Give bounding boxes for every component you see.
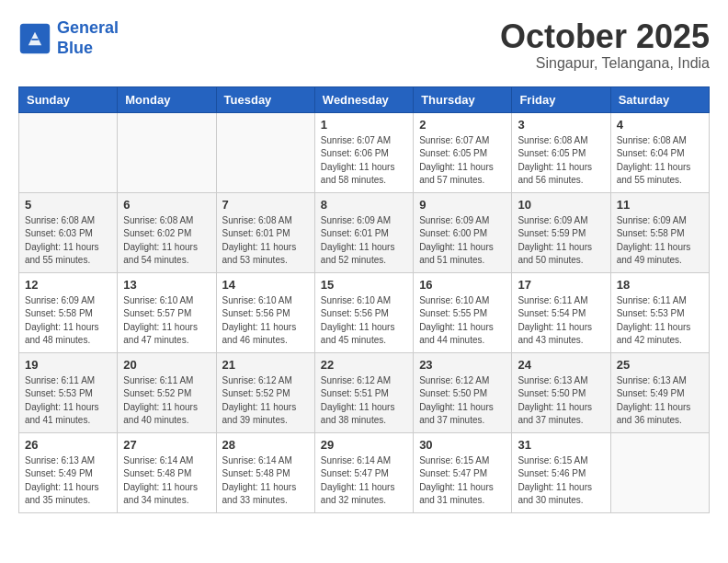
calendar-cell: 16Sunrise: 6:10 AM Sunset: 5:55 PM Dayli…	[414, 272, 512, 352]
day-number: 9	[419, 198, 506, 212]
day-info: Sunrise: 6:08 AM Sunset: 6:05 PM Dayligh…	[518, 134, 604, 188]
day-info: Sunrise: 6:12 AM Sunset: 5:50 PM Dayligh…	[419, 374, 506, 428]
calendar-cell: 2Sunrise: 6:07 AM Sunset: 6:05 PM Daylig…	[414, 112, 512, 192]
calendar-cell: 24Sunrise: 6:13 AM Sunset: 5:50 PM Dayli…	[512, 352, 610, 432]
calendar-cell: 12Sunrise: 6:09 AM Sunset: 5:58 PM Dayli…	[19, 272, 118, 352]
day-info: Sunrise: 6:09 AM Sunset: 5:59 PM Dayligh…	[518, 214, 604, 268]
weekday-header-monday: Monday	[118, 86, 216, 112]
day-number: 16	[419, 278, 506, 292]
day-number: 19	[25, 358, 111, 372]
day-info: Sunrise: 6:10 AM Sunset: 5:57 PM Dayligh…	[123, 294, 210, 348]
calendar-cell: 31Sunrise: 6:15 AM Sunset: 5:46 PM Dayli…	[512, 432, 610, 512]
day-info: Sunrise: 6:07 AM Sunset: 6:06 PM Dayligh…	[321, 134, 407, 188]
day-number: 10	[518, 198, 604, 212]
day-info: Sunrise: 6:15 AM Sunset: 5:46 PM Dayligh…	[518, 454, 604, 508]
day-info: Sunrise: 6:14 AM Sunset: 5:48 PM Dayligh…	[222, 454, 309, 508]
calendar-cell: 6Sunrise: 6:08 AM Sunset: 6:02 PM Daylig…	[118, 192, 216, 272]
calendar-cell: 17Sunrise: 6:11 AM Sunset: 5:54 PM Dayli…	[512, 272, 610, 352]
logo-text: General Blue	[57, 18, 119, 58]
calendar-cell: 18Sunrise: 6:11 AM Sunset: 5:53 PM Dayli…	[610, 272, 709, 352]
day-number: 23	[419, 358, 506, 372]
calendar-cell: 15Sunrise: 6:10 AM Sunset: 5:56 PM Dayli…	[314, 272, 413, 352]
day-info: Sunrise: 6:13 AM Sunset: 5:49 PM Dayligh…	[25, 454, 111, 508]
title-block: October 2025 Singapur, Telangana, India	[500, 18, 710, 72]
week-row-1: 1Sunrise: 6:07 AM Sunset: 6:06 PM Daylig…	[19, 112, 710, 192]
day-info: Sunrise: 6:09 AM Sunset: 5:58 PM Dayligh…	[25, 294, 111, 348]
logo-line1: General	[57, 18, 119, 37]
day-info: Sunrise: 6:07 AM Sunset: 6:05 PM Dayligh…	[419, 134, 506, 188]
day-info: Sunrise: 6:10 AM Sunset: 5:56 PM Dayligh…	[321, 294, 407, 348]
day-number: 26	[25, 438, 111, 452]
weekday-header-friday: Friday	[512, 86, 610, 112]
calendar-cell: 3Sunrise: 6:08 AM Sunset: 6:05 PM Daylig…	[512, 112, 610, 192]
day-number: 8	[321, 198, 407, 212]
day-info: Sunrise: 6:08 AM Sunset: 6:01 PM Dayligh…	[222, 214, 309, 268]
day-info: Sunrise: 6:11 AM Sunset: 5:52 PM Dayligh…	[123, 374, 210, 428]
calendar-cell: 30Sunrise: 6:15 AM Sunset: 5:47 PM Dayli…	[414, 432, 512, 512]
logo: General Blue	[18, 18, 119, 58]
day-number: 22	[321, 358, 407, 372]
month-title: October 2025	[500, 18, 710, 55]
calendar-cell	[19, 112, 118, 192]
week-row-4: 19Sunrise: 6:11 AM Sunset: 5:53 PM Dayli…	[19, 352, 710, 432]
day-number: 20	[123, 358, 210, 372]
day-number: 28	[222, 438, 309, 452]
calendar-cell: 14Sunrise: 6:10 AM Sunset: 5:56 PM Dayli…	[216, 272, 314, 352]
calendar-cell: 26Sunrise: 6:13 AM Sunset: 5:49 PM Dayli…	[19, 432, 118, 512]
logo-icon	[18, 22, 51, 55]
calendar-cell	[216, 112, 314, 192]
calendar-cell: 25Sunrise: 6:13 AM Sunset: 5:49 PM Dayli…	[610, 352, 709, 432]
day-number: 5	[25, 198, 111, 212]
day-info: Sunrise: 6:11 AM Sunset: 5:53 PM Dayligh…	[25, 374, 111, 428]
weekday-header-sunday: Sunday	[19, 86, 118, 112]
calendar-cell: 9Sunrise: 6:09 AM Sunset: 6:00 PM Daylig…	[414, 192, 512, 272]
calendar-cell: 5Sunrise: 6:08 AM Sunset: 6:03 PM Daylig…	[19, 192, 118, 272]
calendar-cell: 20Sunrise: 6:11 AM Sunset: 5:52 PM Dayli…	[118, 352, 216, 432]
day-number: 24	[518, 358, 604, 372]
day-info: Sunrise: 6:09 AM Sunset: 6:00 PM Dayligh…	[419, 214, 506, 268]
weekday-header-row: SundayMondayTuesdayWednesdayThursdayFrid…	[19, 86, 710, 112]
calendar-cell: 22Sunrise: 6:12 AM Sunset: 5:51 PM Dayli…	[314, 352, 413, 432]
day-number: 3	[518, 118, 604, 132]
day-info: Sunrise: 6:15 AM Sunset: 5:47 PM Dayligh…	[419, 454, 506, 508]
day-info: Sunrise: 6:14 AM Sunset: 5:47 PM Dayligh…	[321, 454, 407, 508]
day-number: 15	[321, 278, 407, 292]
day-info: Sunrise: 6:09 AM Sunset: 6:01 PM Dayligh…	[321, 214, 407, 268]
logo-line2: Blue	[57, 39, 93, 57]
day-info: Sunrise: 6:08 AM Sunset: 6:02 PM Dayligh…	[123, 214, 210, 268]
day-number: 12	[25, 278, 111, 292]
day-info: Sunrise: 6:14 AM Sunset: 5:48 PM Dayligh…	[123, 454, 210, 508]
calendar-cell: 21Sunrise: 6:12 AM Sunset: 5:52 PM Dayli…	[216, 352, 314, 432]
week-row-5: 26Sunrise: 6:13 AM Sunset: 5:49 PM Dayli…	[19, 432, 710, 512]
day-info: Sunrise: 6:12 AM Sunset: 5:52 PM Dayligh…	[222, 374, 309, 428]
day-number: 6	[123, 198, 210, 212]
weekday-header-saturday: Saturday	[610, 86, 709, 112]
calendar-cell	[610, 432, 709, 512]
day-number: 2	[419, 118, 506, 132]
calendar-cell: 1Sunrise: 6:07 AM Sunset: 6:06 PM Daylig…	[314, 112, 413, 192]
calendar-cell: 19Sunrise: 6:11 AM Sunset: 5:53 PM Dayli…	[19, 352, 118, 432]
day-number: 25	[617, 358, 703, 372]
calendar-table: SundayMondayTuesdayWednesdayThursdayFrid…	[18, 86, 710, 513]
day-info: Sunrise: 6:12 AM Sunset: 5:51 PM Dayligh…	[321, 374, 407, 428]
day-info: Sunrise: 6:10 AM Sunset: 5:55 PM Dayligh…	[419, 294, 506, 348]
day-number: 17	[518, 278, 604, 292]
day-info: Sunrise: 6:10 AM Sunset: 5:56 PM Dayligh…	[222, 294, 309, 348]
day-number: 31	[518, 438, 604, 452]
day-info: Sunrise: 6:13 AM Sunset: 5:49 PM Dayligh…	[617, 374, 703, 428]
day-number: 4	[617, 118, 703, 132]
day-number: 21	[222, 358, 309, 372]
day-number: 11	[617, 198, 703, 212]
day-number: 30	[419, 438, 506, 452]
day-number: 1	[321, 118, 407, 132]
page-header: General Blue October 2025 Singapur, Tela…	[18, 18, 710, 72]
calendar-cell: 23Sunrise: 6:12 AM Sunset: 5:50 PM Dayli…	[414, 352, 512, 432]
calendar-cell: 8Sunrise: 6:09 AM Sunset: 6:01 PM Daylig…	[314, 192, 413, 272]
calendar-cell: 11Sunrise: 6:09 AM Sunset: 5:58 PM Dayli…	[610, 192, 709, 272]
week-row-2: 5Sunrise: 6:08 AM Sunset: 6:03 PM Daylig…	[19, 192, 710, 272]
calendar-cell: 4Sunrise: 6:08 AM Sunset: 6:04 PM Daylig…	[610, 112, 709, 192]
day-number: 14	[222, 278, 309, 292]
day-info: Sunrise: 6:08 AM Sunset: 6:04 PM Dayligh…	[617, 134, 703, 188]
location-subtitle: Singapur, Telangana, India	[500, 55, 710, 72]
day-number: 27	[123, 438, 210, 452]
